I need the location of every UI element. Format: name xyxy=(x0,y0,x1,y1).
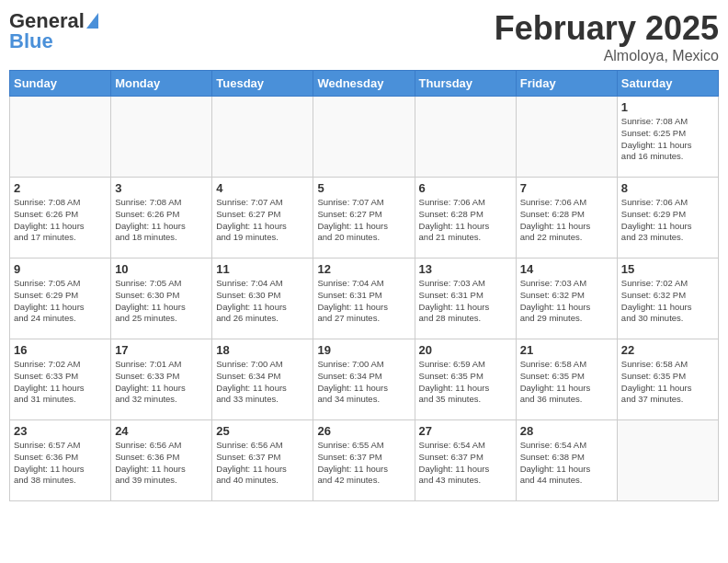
day-number: 24 xyxy=(115,424,208,438)
calendar-table: SundayMondayTuesdayWednesdayThursdayFrid… xyxy=(9,70,719,501)
day-info: Sunrise: 6:58 AM Sunset: 6:35 PM Dayligh… xyxy=(520,359,613,406)
day-info: Sunrise: 7:08 AM Sunset: 6:25 PM Dayligh… xyxy=(621,116,714,163)
day-info: Sunrise: 6:56 AM Sunset: 6:36 PM Dayligh… xyxy=(115,440,208,487)
day-number: 11 xyxy=(216,262,309,276)
logo: General Blue xyxy=(9,9,98,53)
logo-triangle-icon xyxy=(86,13,98,29)
day-info: Sunrise: 6:54 AM Sunset: 6:37 PM Dayligh… xyxy=(419,440,512,487)
day-number: 6 xyxy=(419,181,512,195)
calendar-week-row: 1Sunrise: 7:08 AM Sunset: 6:25 PM Daylig… xyxy=(10,97,719,178)
day-of-week-header: Tuesday xyxy=(212,71,313,97)
day-number: 1 xyxy=(621,100,714,114)
calendar-day-cell xyxy=(212,97,313,178)
day-info: Sunrise: 7:05 AM Sunset: 6:30 PM Dayligh… xyxy=(115,278,208,325)
day-info: Sunrise: 6:58 AM Sunset: 6:35 PM Dayligh… xyxy=(621,359,714,406)
day-number: 3 xyxy=(115,181,208,195)
calendar-day-cell: 2Sunrise: 7:08 AM Sunset: 6:26 PM Daylig… xyxy=(10,178,111,259)
day-info: Sunrise: 7:08 AM Sunset: 6:26 PM Dayligh… xyxy=(115,197,208,244)
day-info: Sunrise: 7:04 AM Sunset: 6:31 PM Dayligh… xyxy=(317,278,410,325)
calendar-day-cell: 19Sunrise: 7:00 AM Sunset: 6:34 PM Dayli… xyxy=(313,339,415,420)
location: Almoloya, Mexico xyxy=(495,48,719,64)
day-number: 22 xyxy=(621,343,714,357)
day-number: 26 xyxy=(317,424,410,438)
day-number: 16 xyxy=(14,343,107,357)
day-number: 5 xyxy=(317,181,410,195)
calendar-day-cell: 23Sunrise: 6:57 AM Sunset: 6:36 PM Dayli… xyxy=(10,420,111,501)
day-number: 14 xyxy=(520,262,613,276)
day-info: Sunrise: 7:00 AM Sunset: 6:34 PM Dayligh… xyxy=(216,359,309,406)
day-info: Sunrise: 7:03 AM Sunset: 6:32 PM Dayligh… xyxy=(520,278,613,325)
calendar-day-cell: 3Sunrise: 7:08 AM Sunset: 6:26 PM Daylig… xyxy=(111,178,212,259)
day-number: 10 xyxy=(115,262,208,276)
calendar-day-cell xyxy=(617,420,718,501)
month-title: February 2025 xyxy=(495,9,719,48)
calendar-day-cell: 12Sunrise: 7:04 AM Sunset: 6:31 PM Dayli… xyxy=(313,259,415,339)
calendar-day-cell: 6Sunrise: 7:06 AM Sunset: 6:28 PM Daylig… xyxy=(415,178,516,259)
day-number: 13 xyxy=(419,262,512,276)
calendar-day-cell: 27Sunrise: 6:54 AM Sunset: 6:37 PM Dayli… xyxy=(415,420,516,501)
day-number: 18 xyxy=(216,343,309,357)
day-number: 4 xyxy=(216,181,309,195)
calendar-day-cell: 28Sunrise: 6:54 AM Sunset: 6:38 PM Dayli… xyxy=(516,420,617,501)
calendar-day-cell: 21Sunrise: 6:58 AM Sunset: 6:35 PM Dayli… xyxy=(516,339,617,420)
day-of-week-header: Wednesday xyxy=(313,71,415,97)
calendar-day-cell: 7Sunrise: 7:06 AM Sunset: 6:28 PM Daylig… xyxy=(516,178,617,259)
calendar-day-cell: 11Sunrise: 7:04 AM Sunset: 6:30 PM Dayli… xyxy=(212,259,313,339)
day-info: Sunrise: 7:00 AM Sunset: 6:34 PM Dayligh… xyxy=(317,359,410,406)
day-info: Sunrise: 7:06 AM Sunset: 6:28 PM Dayligh… xyxy=(419,197,512,244)
day-info: Sunrise: 7:02 AM Sunset: 6:32 PM Dayligh… xyxy=(621,278,714,325)
day-number: 17 xyxy=(115,343,208,357)
day-of-week-header: Monday xyxy=(111,71,212,97)
calendar-day-cell: 17Sunrise: 7:01 AM Sunset: 6:33 PM Dayli… xyxy=(111,339,212,420)
title-block: February 2025 Almoloya, Mexico xyxy=(495,9,719,64)
calendar-day-cell: 26Sunrise: 6:55 AM Sunset: 6:37 PM Dayli… xyxy=(313,420,415,501)
day-info: Sunrise: 7:01 AM Sunset: 6:33 PM Dayligh… xyxy=(115,359,208,406)
page-header: General Blue February 2025 Almoloya, Mex… xyxy=(9,9,719,64)
day-info: Sunrise: 6:55 AM Sunset: 6:37 PM Dayligh… xyxy=(317,440,410,487)
calendar-day-cell: 24Sunrise: 6:56 AM Sunset: 6:36 PM Dayli… xyxy=(111,420,212,501)
calendar-day-cell: 25Sunrise: 6:56 AM Sunset: 6:37 PM Dayli… xyxy=(212,420,313,501)
calendar-header-row: SundayMondayTuesdayWednesdayThursdayFrid… xyxy=(10,71,719,97)
day-info: Sunrise: 7:08 AM Sunset: 6:26 PM Dayligh… xyxy=(14,197,107,244)
day-info: Sunrise: 7:02 AM Sunset: 6:33 PM Dayligh… xyxy=(14,359,107,406)
calendar-day-cell: 10Sunrise: 7:05 AM Sunset: 6:30 PM Dayli… xyxy=(111,259,212,339)
day-number: 27 xyxy=(419,424,512,438)
calendar-day-cell: 15Sunrise: 7:02 AM Sunset: 6:32 PM Dayli… xyxy=(617,259,718,339)
day-info: Sunrise: 7:07 AM Sunset: 6:27 PM Dayligh… xyxy=(216,197,309,244)
calendar-day-cell xyxy=(10,97,111,178)
day-of-week-header: Saturday xyxy=(617,71,718,97)
logo-blue-text: Blue xyxy=(9,29,53,53)
calendar-week-row: 2Sunrise: 7:08 AM Sunset: 6:26 PM Daylig… xyxy=(10,178,719,259)
calendar-day-cell: 9Sunrise: 7:05 AM Sunset: 6:29 PM Daylig… xyxy=(10,259,111,339)
day-info: Sunrise: 6:57 AM Sunset: 6:36 PM Dayligh… xyxy=(14,440,107,487)
day-info: Sunrise: 7:05 AM Sunset: 6:29 PM Dayligh… xyxy=(14,278,107,325)
day-number: 12 xyxy=(317,262,410,276)
day-info: Sunrise: 6:54 AM Sunset: 6:38 PM Dayligh… xyxy=(520,440,613,487)
calendar-day-cell xyxy=(313,97,415,178)
day-number: 20 xyxy=(419,343,512,357)
day-number: 21 xyxy=(520,343,613,357)
calendar-day-cell xyxy=(111,97,212,178)
day-number: 2 xyxy=(14,181,107,195)
calendar-day-cell xyxy=(415,97,516,178)
calendar-day-cell: 22Sunrise: 6:58 AM Sunset: 6:35 PM Dayli… xyxy=(617,339,718,420)
day-of-week-header: Sunday xyxy=(10,71,111,97)
calendar-day-cell: 16Sunrise: 7:02 AM Sunset: 6:33 PM Dayli… xyxy=(10,339,111,420)
calendar-week-row: 9Sunrise: 7:05 AM Sunset: 6:29 PM Daylig… xyxy=(10,259,719,339)
calendar-day-cell: 14Sunrise: 7:03 AM Sunset: 6:32 PM Dayli… xyxy=(516,259,617,339)
calendar-day-cell: 4Sunrise: 7:07 AM Sunset: 6:27 PM Daylig… xyxy=(212,178,313,259)
day-number: 19 xyxy=(317,343,410,357)
day-info: Sunrise: 7:06 AM Sunset: 6:29 PM Dayligh… xyxy=(621,197,714,244)
day-info: Sunrise: 6:59 AM Sunset: 6:35 PM Dayligh… xyxy=(419,359,512,406)
day-info: Sunrise: 7:06 AM Sunset: 6:28 PM Dayligh… xyxy=(520,197,613,244)
day-number: 15 xyxy=(621,262,714,276)
day-info: Sunrise: 7:03 AM Sunset: 6:31 PM Dayligh… xyxy=(419,278,512,325)
day-info: Sunrise: 6:56 AM Sunset: 6:37 PM Dayligh… xyxy=(216,440,309,487)
day-number: 23 xyxy=(14,424,107,438)
calendar-day-cell: 18Sunrise: 7:00 AM Sunset: 6:34 PM Dayli… xyxy=(212,339,313,420)
day-of-week-header: Friday xyxy=(516,71,617,97)
day-number: 28 xyxy=(520,424,613,438)
day-number: 9 xyxy=(14,262,107,276)
day-info: Sunrise: 7:07 AM Sunset: 6:27 PM Dayligh… xyxy=(317,197,410,244)
calendar-week-row: 16Sunrise: 7:02 AM Sunset: 6:33 PM Dayli… xyxy=(10,339,719,420)
